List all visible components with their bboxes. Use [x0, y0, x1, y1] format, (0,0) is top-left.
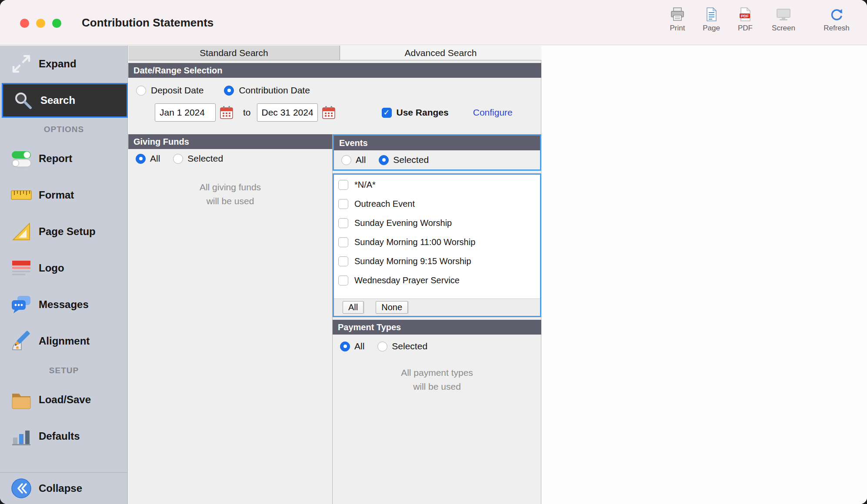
event-checkbox[interactable] [338, 256, 348, 266]
events-panel: Events All Selected *N/A* [333, 134, 541, 504]
preview-area [542, 46, 867, 504]
sidebar-item-label: Messages [39, 298, 89, 311]
tab-advanced-search[interactable]: Advanced Search [340, 46, 541, 60]
page-icon [704, 7, 719, 22]
contribution-date-label: Contribution Date [239, 85, 310, 96]
event-list-item[interactable]: *N/A* [334, 175, 540, 194]
sidebar-item-alignment[interactable]: Alignment [0, 323, 128, 359]
to-date-picker-button[interactable] [322, 106, 336, 119]
sidebar-section-options: OPTIONS [0, 125, 128, 134]
sidebar-item-label: Search [40, 94, 75, 106]
app-window: Contribution Statements Print Page [0, 0, 867, 504]
close-window-button[interactable] [20, 19, 29, 28]
sidebar-item-label: Report [39, 153, 72, 165]
sidebar-item-label: Expand [39, 58, 77, 70]
payment-types-note: All payment types will be used [333, 366, 541, 394]
sidebar-item-page-setup[interactable]: Page Setup [0, 213, 128, 250]
chat-bubbles-icon [9, 292, 33, 317]
sidebar-item-format[interactable]: Format [0, 177, 128, 213]
calendar-icon [220, 106, 233, 119]
to-label: to [243, 107, 251, 118]
event-checkbox[interactable] [338, 237, 348, 247]
contribution-date-radio[interactable] [224, 86, 234, 96]
bar-chart-icon [9, 424, 33, 448]
giving-funds-header: Giving Funds [128, 134, 332, 149]
search-panel: Standard Search Advanced Search Date/Ran… [128, 46, 541, 504]
sidebar-item-label: Collapse [39, 482, 82, 494]
event-list-item[interactable]: Sunday Morning 9:15 Worship [334, 252, 540, 271]
giving-funds-selected-label: Selected [187, 153, 223, 164]
giving-funds-all-label: All [150, 153, 160, 164]
event-list-item[interactable]: Sunday Evening Worship [334, 213, 540, 232]
search-icon [11, 88, 35, 113]
calendar-icon [322, 106, 336, 119]
events-all-radio[interactable] [341, 155, 351, 165]
event-list-item[interactable]: Outreach Event [334, 194, 540, 213]
sidebar-item-collapse[interactable]: Collapse [0, 472, 128, 504]
payment-types-header: Payment Types [333, 320, 541, 335]
events-list: *N/A* Outreach Event Sunday Evening Wors… [334, 175, 540, 298]
sidebar-item-label: Logo [39, 262, 64, 274]
sidebar-item-defaults[interactable]: Defaults [0, 418, 128, 454]
sidebar-item-logo[interactable]: Logo [0, 250, 128, 286]
sidebar-item-label: Alignment [39, 335, 90, 347]
sidebar-item-load-save[interactable]: Load/Save [0, 381, 128, 418]
page-label: Page [703, 24, 720, 32]
event-checkbox[interactable] [338, 218, 348, 228]
date-range-header: Date/Range Selection [128, 63, 541, 78]
pencil-protractor-icon [9, 329, 33, 353]
logo-stripes-icon [9, 256, 33, 280]
zoom-window-button[interactable] [52, 19, 61, 28]
sidebar-item-report[interactable]: Report [0, 140, 128, 177]
use-ranges-label: Use Ranges [397, 107, 449, 118]
titlebar: Contribution Statements Print Page [0, 0, 867, 45]
window-title: Contribution Statements [82, 0, 213, 45]
ruler-icon [9, 183, 33, 207]
collapse-circle-icon [9, 476, 33, 501]
date-type-radio-group: Deposit Date Contribution Date [128, 84, 310, 97]
event-checkbox[interactable] [338, 180, 348, 190]
screen-button[interactable]: Screen [764, 7, 804, 33]
deposit-date-radio[interactable] [136, 86, 146, 96]
deposit-date-label: Deposit Date [151, 85, 203, 96]
giving-funds-selected-radio[interactable] [173, 154, 183, 164]
giving-funds-radio-group: All Selected [128, 149, 332, 168]
refresh-button[interactable]: Refresh [817, 7, 857, 33]
expand-icon [9, 52, 33, 76]
payment-types-selected-label: Selected [392, 341, 427, 351]
sidebar-section-setup: SETUP [0, 366, 128, 375]
from-date-input[interactable] [155, 103, 216, 122]
search-tabbar: Standard Search Advanced Search [128, 46, 541, 60]
to-date-input[interactable] [257, 103, 318, 122]
configure-link[interactable]: Configure [473, 107, 513, 118]
events-selected-radio[interactable] [379, 155, 389, 165]
pdf-button[interactable]: PDF PDF [725, 7, 765, 33]
giving-funds-all-radio[interactable] [136, 154, 146, 164]
events-radio-group: All Selected [334, 150, 540, 169]
events-select-all-button[interactable]: All [343, 301, 363, 314]
events-select-none-button[interactable]: None [376, 301, 408, 314]
event-checkbox[interactable] [338, 275, 348, 285]
sidebar-item-messages[interactable]: Messages [0, 286, 128, 323]
tab-standard-search[interactable]: Standard Search [128, 46, 340, 60]
from-date-picker-button[interactable] [220, 106, 233, 119]
sidebar-item-label: Defaults [39, 430, 80, 442]
sidebar: Expand Search OPTIONS Report [0, 46, 128, 504]
refresh-label: Refresh [824, 24, 850, 32]
giving-funds-note: All giving funds will be used [128, 180, 332, 208]
events-selected-label: Selected [393, 155, 429, 165]
payment-types-selected-radio[interactable] [377, 342, 387, 351]
events-actions-row: All None [334, 298, 540, 316]
event-list-item[interactable]: Wednesday Prayer Service [334, 271, 540, 290]
minimize-window-button[interactable] [36, 19, 45, 28]
sidebar-item-search[interactable]: Search [2, 83, 128, 118]
pdf-label: PDF [738, 24, 753, 32]
printer-icon [670, 7, 685, 22]
set-square-icon [9, 219, 33, 244]
payment-types-all-radio[interactable] [340, 342, 350, 351]
use-ranges-checkbox[interactable]: ✓ [382, 108, 392, 118]
events-header-box: Events All Selected [333, 134, 541, 171]
event-checkbox[interactable] [338, 199, 348, 209]
sidebar-item-expand[interactable]: Expand [0, 46, 128, 82]
event-list-item[interactable]: Sunday Morning 11:00 Worship [334, 232, 540, 252]
